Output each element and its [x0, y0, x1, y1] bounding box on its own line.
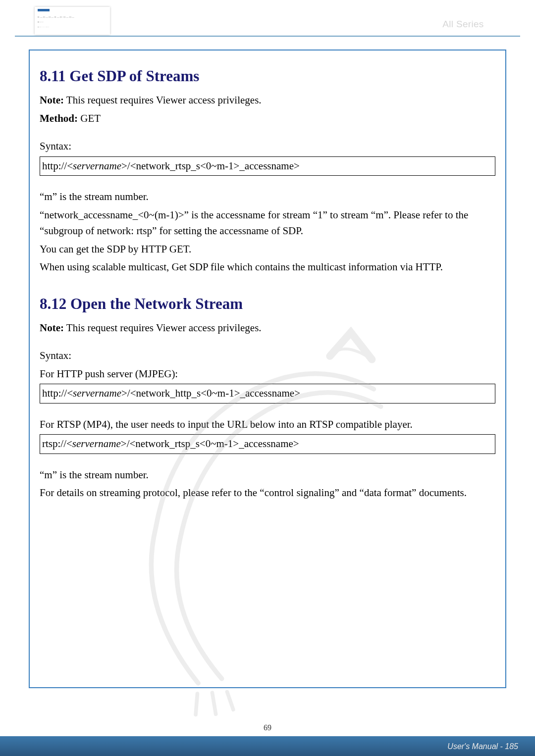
footer-page-number-center: 69	[0, 723, 535, 732]
cmd-post-rtsp: >/<network_rtsp_s<0~m-1>_accessname>	[121, 438, 299, 450]
section-812-note: Note: This request requires Viewer acces…	[40, 320, 495, 336]
cmd-servername-rtsp: servername	[72, 438, 121, 450]
section-811-method: Method: GET	[40, 110, 495, 127]
method-label: Method:	[40, 112, 78, 124]
header-brand: VIVOTEK	[313, 8, 518, 19]
content-frame: 8.11 Get SDP of Streams Note: This reque…	[29, 50, 506, 688]
section-812-http-label: For HTTP push server (MJPEG):	[40, 366, 495, 382]
section-812-desc-2: For details on streaming protocol, pleas…	[40, 485, 495, 501]
section-811-desc-2: “network_accessname_<0~(m-1)>” is the ac…	[40, 207, 495, 239]
section-812-desc-1: “m” is the stream number.	[40, 467, 495, 483]
section-811-desc-1: “m” is the stream number.	[40, 189, 495, 205]
cmd-post-http: >/<network_http_s<0~m-1>_accessname>	[121, 387, 300, 399]
section-811-title: 8.11 Get SDP of Streams	[40, 67, 495, 85]
cmd-pre-http: http://<	[42, 387, 73, 399]
section-812-syntax-label: Syntax:	[40, 348, 495, 364]
cmd-pre: http://<	[42, 160, 73, 172]
header-doc-series: All Series	[442, 19, 483, 29]
section-811-syntax-box: http://<servername>/<network_rtsp_s<0~m-…	[40, 156, 495, 176]
cmd-servername: servername	[73, 160, 121, 172]
section-812-rtsp-cmd: rtsp://<servername>/<network_rtsp_s<0~m-…	[40, 435, 495, 454]
section-811-desc-3: You can get the SDP by HTTP GET.	[40, 241, 495, 257]
section-812-title: 8.12 Open the Network Stream	[40, 295, 495, 313]
note-label: Note:	[40, 94, 64, 106]
page: □ — □ — □ — □ — □ · □ — □ — □ ····· □ ··…	[0, 0, 535, 756]
cmd-servername-http: servername	[73, 387, 121, 399]
section-811-note: Note: This request requires Viewer acces…	[40, 92, 495, 108]
section-812-http-box: http://<servername>/<network_http_s<0~m-…	[40, 384, 495, 403]
method-value: GET	[78, 112, 101, 124]
header-bar: □ — □ — □ — □ — □ · □ — □ — □ ····· □ ··…	[0, 0, 535, 38]
section-812-rtsp-box: rtsp://<servername>/<network_rtsp_s<0~m-…	[40, 434, 495, 454]
cmd-pre-rtsp: rtsp://<	[42, 438, 72, 450]
section-812-rtsp-label: For RTSP (MP4), the user needs to input …	[40, 416, 495, 433]
section-811-syntax-cmd: http://<servername>/<network_rtsp_s<0~m-…	[40, 156, 495, 175]
footer-right-text: User's Manual - 185	[447, 742, 518, 751]
section-811-syntax-label: Syntax:	[40, 138, 495, 154]
header-doc-title: URL Command Document for All SeriesFD816…	[313, 19, 518, 30]
header-text-block: VIVOTEK URL Command Document for All Ser…	[313, 8, 518, 30]
section-811-desc-4: When using scalable multicast, Get SDP f…	[40, 259, 495, 275]
header-doc-model: FD8164	[484, 19, 518, 29]
note-text-812: This request requires Viewer access priv…	[64, 322, 262, 334]
note-label-812: Note:	[40, 322, 64, 334]
section-812-http-cmd: http://<servername>/<network_http_s<0~m-…	[40, 384, 495, 403]
cmd-post: >/<network_rtsp_s<0~m-1>_accessname>	[121, 160, 300, 172]
header-doc-prefix: URL Command Document for	[313, 19, 442, 29]
page-thumbnail: □ — □ — □ — □ — □ · □ — □ — □ ····· □ ··…	[35, 7, 110, 35]
footer: 69 User's Manual - 185	[0, 728, 535, 756]
note-text: This request requires Viewer access priv…	[64, 94, 262, 106]
header-rule	[15, 36, 520, 37]
